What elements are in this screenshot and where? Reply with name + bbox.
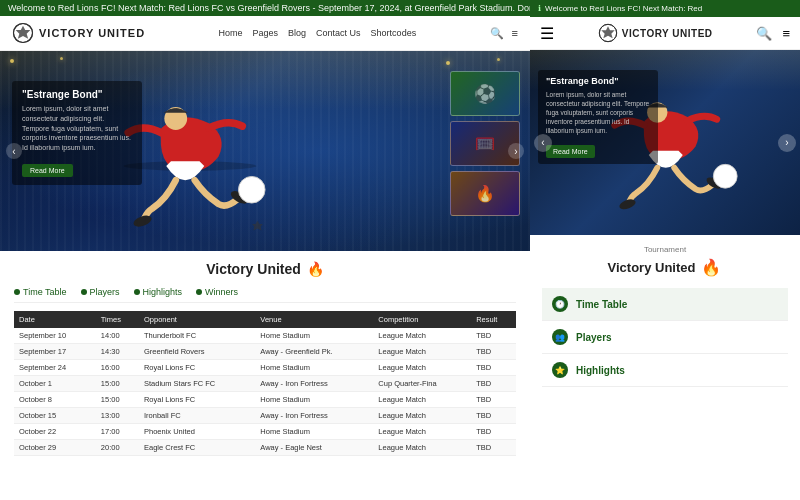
mobile-hero-prev-button[interactable]: ‹ (534, 134, 552, 152)
schedule-table: Date Times Opponent Venue Competition Re… (14, 311, 516, 456)
hero-prev-button[interactable]: ‹ (6, 143, 22, 159)
mobile-tab-players[interactable]: 👥 Players (542, 321, 788, 354)
tab-dot-timetable (14, 289, 20, 295)
col-venue: Venue (255, 311, 373, 328)
light-dot (446, 61, 450, 65)
mobile-hero-title: "Estrange Bond" (546, 76, 650, 86)
svg-point-7 (238, 176, 265, 203)
desktop-logo: VICTORY UNITED (12, 22, 145, 44)
desktop-tabs: Time Table Players Highlights Winners (14, 287, 516, 303)
desktop-nav-icons: 🔍 ≡ (490, 27, 518, 40)
mobile-logo: VICTORY UNITED (598, 23, 713, 43)
tab-dot-highlights (134, 289, 140, 295)
mobile-hero-description: Lorem ipsum, dolor sit amet consectetur … (546, 90, 650, 135)
mobile-ball-icon (598, 23, 618, 43)
mobile-highlights-icon: ⭐ (552, 362, 568, 378)
col-result: Result (471, 311, 516, 328)
mobile-players-label: Players (576, 332, 612, 343)
tab-players[interactable]: Players (81, 287, 120, 297)
hero-text-box: "Estrange Bond" Lorem ipsum, dolor sit a… (12, 81, 142, 185)
table-row: September 1014:00Thunderbolt FCHome Stad… (14, 328, 516, 344)
col-date: Date (14, 311, 96, 328)
tab-dot-players (81, 289, 87, 295)
table-row: September 1714:30Greenfield RoversAway -… (14, 344, 516, 360)
ball-icon (12, 22, 34, 44)
desktop-logo-text: VICTORY UNITED (39, 27, 145, 39)
table-row: October 815:00Royal Lions FCHome Stadium… (14, 392, 516, 408)
table-row: October 2217:00Phoenix UnitedHome Stadiu… (14, 424, 516, 440)
mobile-highlights-label: Highlights (576, 365, 625, 376)
hero-read-more-button[interactable]: Read More (22, 164, 73, 177)
mobile-section-header: Victory United 🔥 (542, 256, 788, 278)
thumbnail-3[interactable]: 🔥 (450, 171, 520, 216)
mobile-content: Tournament Victory United 🔥 🕐 Time Table… (530, 235, 800, 500)
section-title: Victory United (206, 261, 301, 277)
nav-pages[interactable]: Pages (253, 28, 279, 38)
mobile-hamburger-icon[interactable]: ☰ (540, 24, 554, 43)
col-opponent: Opponent (139, 311, 255, 328)
mobile-hero-read-more-button[interactable]: Read More (546, 145, 595, 158)
tab-highlights[interactable]: Highlights (134, 287, 183, 297)
desktop-hero: "Estrange Bond" Lorem ipsum, dolor sit a… (0, 51, 530, 251)
section-header: Victory United 🔥 (14, 261, 516, 277)
nav-blog[interactable]: Blog (288, 28, 306, 38)
nav-contact[interactable]: Contact Us (316, 28, 361, 38)
mobile-navbar: ☰ VICTORY UNITED 🔍 ≡ (530, 17, 800, 50)
mobile-screen: ℹ Welcome to Red Lions FC! Next Match: R… (530, 0, 800, 500)
tab-winners[interactable]: Winners (196, 287, 238, 297)
desktop-nav-links: Home Pages Blog Contact Us Shortcodes (219, 28, 417, 38)
col-times: Times (96, 311, 139, 328)
tab-dot-winners (196, 289, 202, 295)
tab-timetable[interactable]: Time Table (14, 287, 67, 297)
nav-shortcodes[interactable]: Shortcodes (371, 28, 417, 38)
mobile-fire-icon: 🔥 (700, 256, 722, 278)
fire-icon: 🔥 (307, 261, 324, 277)
mobile-tabs: 🕐 Time Table 👥 Players ⭐ Highlights (542, 288, 788, 387)
table-row: October 1513:00Ironball FCAway - Iron Fo… (14, 408, 516, 424)
table-row: October 115:00Stadium Stars FC FCAway - … (14, 376, 516, 392)
mobile-hero: "Estrange Bond" Lorem ipsum, dolor sit a… (530, 50, 800, 235)
mobile-ticker: ℹ Welcome to Red Lions FC! Next Match: R… (530, 0, 800, 17)
thumbnail-2[interactable]: 🥅 (450, 121, 520, 166)
mobile-players-icon: 👥 (552, 329, 568, 345)
mobile-tournament-label: Tournament (542, 245, 788, 254)
hero-next-button[interactable]: › (508, 143, 524, 159)
mobile-nav-icons: 🔍 ≡ (756, 26, 790, 41)
mobile-tab-timetable[interactable]: 🕐 Time Table (542, 288, 788, 321)
menu-icon[interactable]: ≡ (512, 27, 518, 40)
thumbnail-1[interactable]: ⚽ (450, 71, 520, 116)
mobile-hero-next-button[interactable]: › (778, 134, 796, 152)
desktop-ticker: Welcome to Red Lions FC! Next Match: Red… (0, 0, 530, 16)
nav-home[interactable]: Home (219, 28, 243, 38)
mobile-menu-icon[interactable]: ≡ (782, 26, 790, 41)
light-dot (497, 58, 500, 61)
search-icon[interactable]: 🔍 (490, 27, 504, 40)
light-dot (60, 57, 63, 60)
desktop-content: Victory United 🔥 Time Table Players High… (0, 251, 530, 466)
hero-description: Lorem ipsum, dolor sit amet consectetur … (22, 104, 132, 153)
desktop-panel: Welcome to Red Lions FC! Next Match: Red… (0, 0, 530, 500)
desktop-navbar: VICTORY UNITED Home Pages Blog Contact U… (0, 16, 530, 51)
table-row: September 2416:00Royal Lions FCHome Stad… (14, 360, 516, 376)
svg-point-14 (713, 164, 737, 188)
light-dot (10, 59, 14, 63)
hero-title: "Estrange Bond" (22, 89, 132, 100)
mobile-hero-text-box: "Estrange Bond" Lorem ipsum, dolor sit a… (538, 70, 658, 164)
mobile-section-title: Victory United (608, 260, 696, 275)
mobile-timetable-label: Time Table (576, 299, 627, 310)
mobile-logo-text: VICTORY UNITED (622, 28, 713, 39)
mobile-panel: ℹ Welcome to Red Lions FC! Next Match: R… (530, 0, 800, 500)
col-competition: Competition (373, 311, 471, 328)
mobile-timetable-icon: 🕐 (552, 296, 568, 312)
mobile-ticker-text: Welcome to Red Lions FC! Next Match: Red (545, 4, 702, 13)
mobile-tab-highlights[interactable]: ⭐ Highlights (542, 354, 788, 387)
svg-text:🔥: 🔥 (702, 258, 723, 277)
mobile-search-icon[interactable]: 🔍 (756, 26, 772, 41)
table-row: October 2920:00Eagle Crest FCAway - Eagl… (14, 440, 516, 456)
hero-thumbnails: ⚽ 🥅 🔥 (450, 71, 520, 216)
